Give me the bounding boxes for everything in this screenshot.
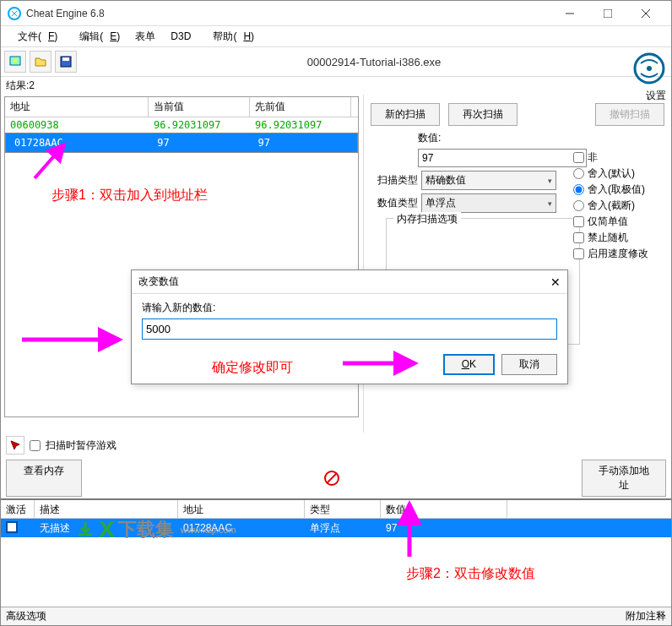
col-current[interactable]: 当前值 — [149, 97, 250, 117]
col-address[interactable]: 地址 — [5, 97, 149, 117]
activate-checkbox[interactable] — [6, 521, 18, 533]
next-scan-button[interactable]: 再次扫描 — [448, 103, 518, 126]
view-memory-button[interactable]: 查看内存 — [6, 460, 82, 497]
dialog-title: 改变数值 — [138, 275, 179, 289]
results-count: 结果:2 — [1, 77, 671, 95]
col-previous[interactable]: 先前值 — [250, 97, 351, 117]
mem-scan-options-label: 内存扫描选项 — [393, 212, 461, 226]
not-checkbox[interactable] — [573, 152, 584, 163]
menu-d3d[interactable]: D3D — [164, 29, 198, 44]
open-file-button[interactable] — [30, 51, 51, 73]
svg-point-10 — [647, 66, 652, 71]
col-activate[interactable]: 激活 — [1, 500, 35, 518]
notes[interactable]: 附加注释 — [626, 609, 666, 623]
scan-type-select[interactable]: 精确数值▾ — [421, 171, 556, 190]
result-row[interactable]: 00600938 96.92031097 96.92031097 — [5, 117, 358, 133]
process-label: 00002914-Tutorial-i386.exe — [80, 56, 668, 68]
cheat-engine-logo[interactable] — [632, 52, 666, 85]
minimize-button[interactable] — [550, 2, 588, 25]
round-default-radio[interactable] — [573, 168, 584, 179]
close-button[interactable] — [626, 2, 664, 25]
col-desc[interactable]: 描述 — [35, 500, 178, 518]
no-random-checkbox[interactable] — [573, 232, 584, 243]
new-scan-button[interactable]: 新的扫描 — [371, 103, 440, 126]
col-val[interactable]: 数值 — [381, 500, 507, 518]
pointer-icon[interactable] — [6, 436, 24, 455]
col-addr2[interactable]: 地址 — [178, 500, 305, 518]
results-header: 地址 当前值 先前值 — [5, 97, 358, 117]
dialog-close-button[interactable]: ✕ — [550, 275, 561, 289]
rounding-options: 非 舍入(默认) 舍入(取极值) 舍入(截断) 仅简单值 禁止随机 启用速度修改 — [573, 149, 666, 263]
pause-game-checkbox[interactable] — [30, 440, 41, 451]
open-process-button[interactable] — [4, 51, 26, 73]
round-extreme-radio[interactable] — [573, 184, 584, 195]
titlebar: Cheat Engine 6.8 — [1, 1, 671, 26]
menu-table[interactable]: 表单 — [128, 28, 162, 46]
chevron-down-icon: ▾ — [548, 199, 552, 208]
undo-scan-button[interactable]: 撤销扫描 — [595, 103, 664, 126]
value-type-select[interactable]: 单浮点▾ — [421, 193, 556, 213]
add-address-button[interactable]: 手动添加地址 — [582, 460, 666, 497]
menu-file[interactable]: 文件(F) — [4, 28, 64, 46]
maximize-button[interactable] — [588, 2, 626, 25]
menu-help[interactable]: 帮助(H) — [199, 28, 261, 46]
menubar: 文件(F) 编辑(E) 表单 D3D 帮助(H) — [1, 26, 671, 46]
pause-game-label: 扫描时暂停游戏 — [46, 438, 117, 453]
dialog-prompt: 请输入新的数值: — [142, 301, 557, 315]
value-input[interactable] — [418, 149, 587, 167]
simple-only-checkbox[interactable] — [573, 216, 584, 227]
cheat-row-selected[interactable]: 无描述 01728AAC 单浮点 97 — [1, 519, 671, 537]
scan-type-label: 扫描类型 — [371, 173, 418, 188]
toolbar: 00002914-Tutorial-i386.exe — [1, 46, 671, 77]
window-title: Cheat Engine 6.8 — [26, 8, 550, 19]
speed-checkbox[interactable] — [573, 248, 584, 259]
svg-rect-8 — [62, 57, 69, 61]
value-type-label: 数值类型 — [371, 196, 418, 210]
col-type[interactable]: 类型 — [305, 500, 381, 518]
svg-point-6 — [14, 59, 17, 63]
svg-line-12 — [327, 473, 337, 483]
save-button[interactable] — [55, 51, 77, 73]
change-value-dialog: 改变数值 ✕ 请输入新的数值: OK 取消 — [131, 269, 568, 384]
svg-rect-2 — [604, 9, 612, 18]
app-icon — [8, 7, 21, 20]
advanced-options[interactable]: 高级选项 — [6, 609, 46, 623]
menu-edit[interactable]: 编辑(E) — [66, 28, 127, 46]
result-row-selected[interactable]: 01728AAC 97 97 — [5, 133, 358, 153]
round-trunc-radio[interactable] — [573, 200, 584, 211]
value-label: 数值: — [418, 131, 664, 145]
dialog-cancel-button[interactable]: 取消 — [501, 354, 557, 375]
chevron-down-icon: ▾ — [548, 177, 552, 185]
forbidden-icon — [323, 470, 340, 487]
dialog-ok-button[interactable]: OK — [443, 354, 495, 375]
dialog-value-input[interactable] — [142, 318, 557, 340]
